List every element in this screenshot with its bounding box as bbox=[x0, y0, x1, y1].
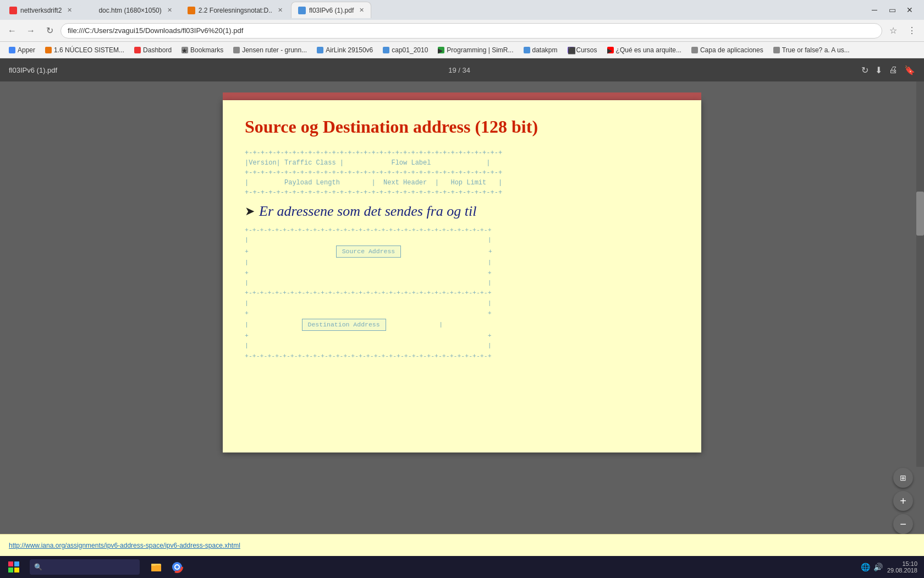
tab-label-4: fl03IPv6 (1).pdf bbox=[309, 7, 354, 14]
bullet-point: ➤ Er adressene som det sendes fra og til bbox=[245, 203, 679, 220]
tab-close-3[interactable]: ✕ bbox=[278, 7, 283, 14]
pdf-download-button[interactable]: ⬇ bbox=[875, 65, 882, 75]
taskbar-file-explorer[interactable] bbox=[146, 557, 166, 577]
cursos-icon: ⬛ bbox=[568, 47, 574, 53]
ascii-header: +-+-+-+-+-+-+-+-+-+-+-+-+-+-+-+-+-+-+-+-… bbox=[245, 148, 679, 198]
tab-label-1: nettverksdrift2 bbox=[20, 7, 62, 14]
pdf-header: fl03IPv6 (1).pdf 19 / 34 ↻ ⬇ 🖨 🔖 bbox=[0, 58, 924, 81]
slide-title: Source og Destination address (128 bit) bbox=[245, 117, 679, 137]
bullet-text: Er adressene som det sendes fra og til bbox=[259, 203, 477, 220]
svg-point-10 bbox=[175, 565, 179, 569]
nucleo-icon bbox=[45, 47, 52, 53]
pdf-print-button[interactable]: 🖨 bbox=[889, 65, 898, 75]
bookmark-label-cursos: Cursos bbox=[576, 46, 597, 54]
apps-icon bbox=[9, 47, 15, 53]
close-button[interactable]: ✕ bbox=[902, 2, 917, 18]
bookmarks-bar: Apper 1.6 NÚCLEO SISTEM... Dashbord ★ Bo… bbox=[0, 42, 924, 58]
bookmark-capa[interactable]: Capa de aplicaciones bbox=[687, 45, 768, 55]
address-input[interactable] bbox=[61, 23, 882, 39]
que-icon: ▶ bbox=[607, 47, 614, 53]
airlink-icon bbox=[317, 47, 323, 53]
tab-label-2: doc.htm (924×578) bbox=[98, 7, 161, 14]
zoom-out-button[interactable]: − bbox=[893, 514, 913, 534]
maximize-button[interactable]: ▭ bbox=[884, 2, 900, 18]
pdf-tools: ↻ ⬇ 🖨 🔖 bbox=[861, 65, 915, 75]
bookmark-programming[interactable]: ▶ Programming | SimR... bbox=[433, 45, 518, 55]
tab-label-3: 2.2 Forelesningsnotat:D.. bbox=[199, 7, 272, 14]
address-bar-row: ← → ↻ ☆ ⋮ bbox=[0, 20, 924, 42]
reload-button[interactable]: ↻ bbox=[42, 23, 57, 39]
tab-close-4[interactable]: ✕ bbox=[359, 7, 364, 14]
bookmark-bookmarks[interactable]: ★ Bookmarks bbox=[177, 45, 228, 55]
destination-address-box: Destination Address bbox=[302, 319, 386, 331]
bottom-link[interactable]: http://www.iana.org/assignments/ipv6-add… bbox=[9, 542, 240, 549]
bookmark-label-bookmarks: Bookmarks bbox=[190, 46, 223, 54]
zoom-in-button[interactable]: + bbox=[893, 491, 913, 511]
taskbar-date: 29.08.2018 bbox=[887, 567, 917, 574]
bookmark-label-cap01: cap01_2010 bbox=[392, 46, 428, 54]
bookmark-nucleo[interactable]: 1.6 NÚCLEO SISTEM... bbox=[41, 45, 129, 55]
bookmark-label-que: ¿Qué es una arquite... bbox=[616, 46, 681, 54]
svg-rect-1 bbox=[14, 561, 19, 566]
bookmark-cap01[interactable]: cap01_2010 bbox=[378, 45, 432, 55]
menu-button[interactable]: ⋮ bbox=[904, 23, 920, 39]
bookmark-label-programming: Programming | SimR... bbox=[447, 46, 513, 54]
taskbar-search[interactable]: 🔍 bbox=[30, 559, 140, 575]
svg-rect-3 bbox=[14, 568, 19, 572]
scrollbar-track[interactable] bbox=[916, 81, 924, 467]
svg-rect-2 bbox=[8, 568, 13, 572]
svg-rect-0 bbox=[8, 561, 13, 566]
pdf-page-info: 19 / 34 bbox=[57, 66, 861, 74]
bookmark-apper[interactable]: Apper bbox=[4, 45, 40, 55]
scrollbar-thumb[interactable] bbox=[916, 192, 924, 236]
fit-to-page-button[interactable]: ⊞ bbox=[893, 468, 913, 488]
pdf-bookmark-button[interactable]: 🔖 bbox=[904, 65, 915, 75]
tab-favicon-4 bbox=[298, 7, 306, 14]
network-icon: 🌐 bbox=[861, 563, 870, 571]
tab-close-2[interactable]: ✕ bbox=[167, 7, 172, 14]
datakpm-icon bbox=[524, 47, 530, 53]
taskbar-time: 15:10 bbox=[902, 560, 917, 567]
tab-favicon-1 bbox=[9, 7, 17, 14]
bookmark-airlink[interactable]: AirLink 29150v6 bbox=[312, 45, 377, 55]
bookmark-label-apper: Apper bbox=[18, 46, 35, 54]
bookmark-star[interactable]: ☆ bbox=[886, 23, 901, 39]
jensen-icon bbox=[233, 47, 240, 53]
bullet-arrow-icon: ➤ bbox=[245, 204, 255, 219]
tab-nettverksdrift2[interactable]: nettverksdrift2 ✕ bbox=[2, 2, 79, 18]
bookmark-label-datakpm: datakpm bbox=[532, 46, 558, 54]
pdf-slide: Source og Destination address (128 bit) … bbox=[223, 100, 701, 452]
bookmark-label-nucleo: 1.6 NÚCLEO SISTEM... bbox=[54, 46, 124, 54]
taskbar-clock: 15:10 29.08.2018 bbox=[887, 560, 917, 574]
tab-pdf[interactable]: fl03IPv6 (1).pdf ✕ bbox=[291, 2, 371, 18]
bookmark-que[interactable]: ▶ ¿Qué es una arquite... bbox=[603, 45, 686, 55]
cap01-icon bbox=[383, 47, 389, 53]
start-button[interactable] bbox=[0, 556, 28, 578]
pdf-filename: fl03IPv6 (1).pdf bbox=[9, 66, 57, 74]
volume-icon: 🔊 bbox=[873, 563, 883, 571]
minimize-button[interactable]: ─ bbox=[867, 2, 882, 18]
zoom-controls: ⊞ + − bbox=[893, 468, 913, 534]
tab-favicon-3 bbox=[188, 7, 195, 14]
tab-favicon-2 bbox=[87, 7, 95, 14]
bookmark-datakpm[interactable]: datakpm bbox=[519, 45, 562, 55]
capa-icon bbox=[691, 47, 698, 53]
back-button[interactable]: ← bbox=[4, 23, 20, 39]
taskbar: 🔍 🌐 🔊 15:10 29.08.2018 bbox=[0, 556, 924, 578]
tab-doc[interactable]: doc.htm (924×578) ✕ bbox=[80, 2, 179, 18]
bookmark-true[interactable]: True or false? a. A us... bbox=[769, 45, 854, 55]
source-address-box: Source Address bbox=[336, 246, 402, 258]
bookmark-cursos[interactable]: ⬛ Cursos bbox=[563, 45, 602, 55]
taskbar-items bbox=[142, 557, 861, 577]
dashbord-icon bbox=[134, 47, 141, 53]
tab-forelesning[interactable]: 2.2 Forelesningsnotat:D.. ✕ bbox=[180, 2, 290, 18]
forward-button[interactable]: → bbox=[23, 23, 38, 39]
pdf-refresh-button[interactable]: ↻ bbox=[861, 65, 868, 75]
bookmark-dashbord[interactable]: Dashbord bbox=[130, 45, 176, 55]
bookmark-label-true: True or false? a. A us... bbox=[782, 46, 850, 54]
tab-close-1[interactable]: ✕ bbox=[67, 7, 72, 14]
tab-bar: nettverksdrift2 ✕ doc.htm (924×578) ✕ … bbox=[0, 0, 924, 20]
bookmark-jensen[interactable]: Jensen ruter - grunn... bbox=[229, 45, 311, 55]
bookmark-label-airlink: AirLink 29150v6 bbox=[326, 46, 373, 54]
taskbar-chrome[interactable] bbox=[167, 557, 187, 577]
